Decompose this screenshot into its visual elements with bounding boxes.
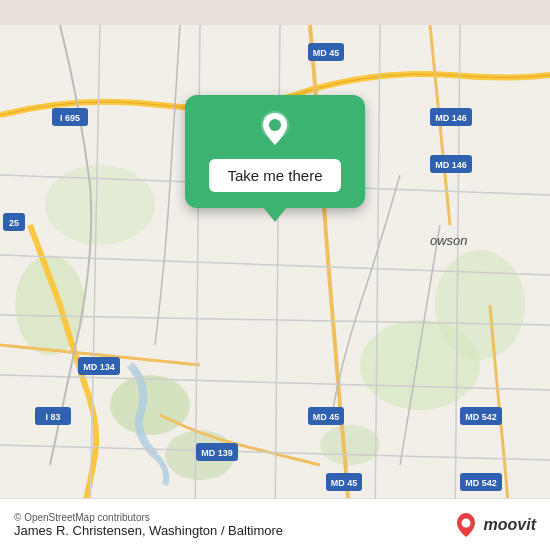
popup-card: Take me there [185,95,365,208]
location-title: James R. Christensen, Washington / Balti… [14,523,283,538]
svg-point-7 [320,425,380,465]
svg-text:I 695: I 695 [60,113,80,123]
svg-text:MD 542: MD 542 [465,412,497,422]
svg-text:MD 146: MD 146 [435,160,467,170]
map-container: I 695 MD 45 MD 146 MD 146 owson 25 MD 13… [0,0,550,550]
svg-point-44 [269,119,281,131]
bottom-bar-info: © OpenStreetMap contributors James R. Ch… [14,512,283,538]
moovit-logo: moovit [452,511,536,539]
location-pin-icon [255,109,295,149]
svg-text:MD 45: MD 45 [313,48,340,58]
moovit-pin-icon [452,511,480,539]
svg-text:MD 45: MD 45 [313,412,340,422]
svg-text:MD 542: MD 542 [465,478,497,488]
svg-text:owson: owson [430,233,468,248]
map-attribution: © OpenStreetMap contributors [14,512,283,523]
bottom-bar: © OpenStreetMap contributors James R. Ch… [0,498,550,550]
svg-point-3 [110,375,190,435]
map-background: I 695 MD 45 MD 146 MD 146 owson 25 MD 13… [0,0,550,550]
svg-text:MD 146: MD 146 [435,113,467,123]
svg-point-45 [461,518,470,527]
svg-text:25: 25 [9,218,19,228]
take-me-there-button[interactable]: Take me there [209,159,340,192]
svg-point-2 [435,250,525,360]
svg-text:MD 45: MD 45 [331,478,358,488]
moovit-brand-text: moovit [484,516,536,534]
svg-text:MD 134: MD 134 [83,362,115,372]
svg-text:MD 139: MD 139 [201,448,233,458]
svg-text:I 83: I 83 [45,412,60,422]
